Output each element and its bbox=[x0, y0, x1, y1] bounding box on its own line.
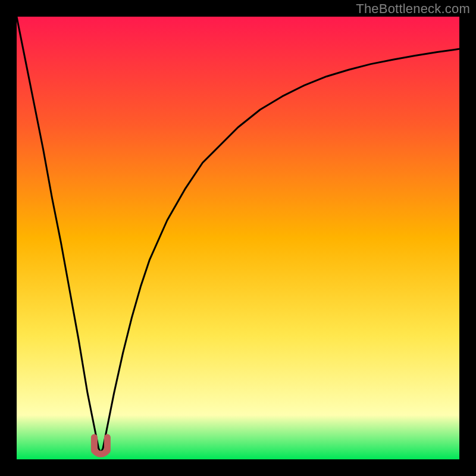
watermark-label: TheBottleneck.com bbox=[356, 1, 470, 17]
chart-root: TheBottleneck.com bbox=[0, 0, 476, 476]
chart-svg bbox=[17, 17, 459, 459]
plot-frame bbox=[17, 17, 459, 459]
gradient-background bbox=[17, 17, 459, 459]
